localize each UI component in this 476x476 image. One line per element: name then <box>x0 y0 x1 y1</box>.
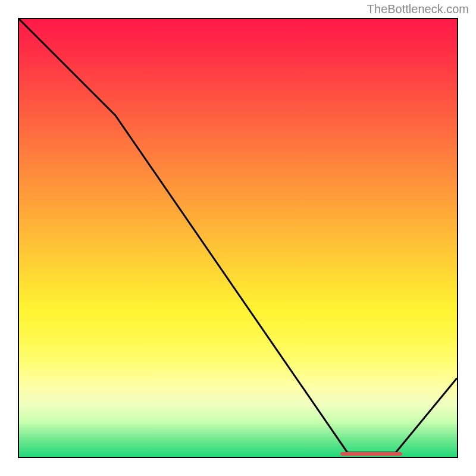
chart-area <box>18 18 458 458</box>
curve-svg <box>19 19 457 457</box>
bottleneck-curve <box>19 19 457 453</box>
optimal-range-marker <box>340 452 402 456</box>
attribution-text: TheBottleneck.com <box>367 2 469 16</box>
